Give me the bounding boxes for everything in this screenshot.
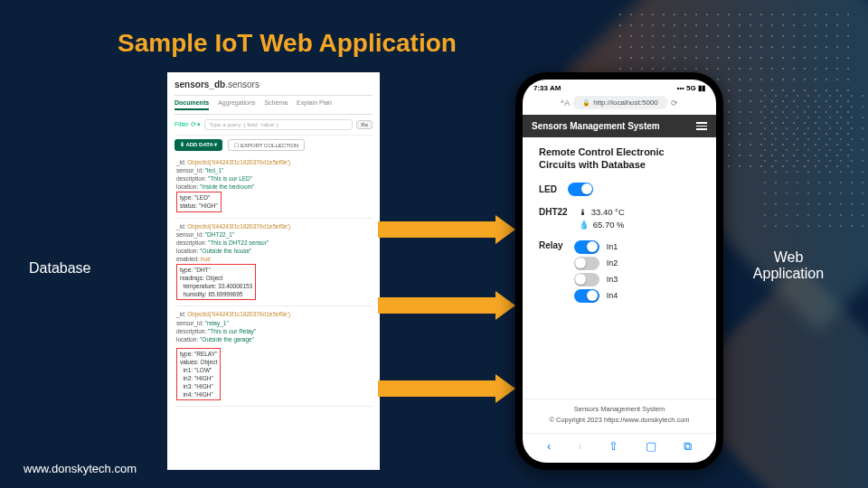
dht-temp: 33.40 °C	[591, 207, 625, 217]
relay-in4-toggle[interactable]	[574, 289, 599, 303]
highlight-box: type: "LED" status: "HIGH"	[176, 192, 222, 211]
webapp-label: Web Application	[734, 249, 843, 282]
footer-line2: © Copyright 2023 https://www.donskytech.…	[532, 416, 707, 424]
app-footer: Sensors Management System © Copyright 20…	[523, 399, 716, 433]
led-toggle[interactable]	[568, 183, 593, 196]
relay-label: Relay	[539, 240, 563, 250]
forward-icon[interactable]: ›	[578, 439, 581, 454]
app-header-title: Sensors Management System	[532, 121, 660, 131]
phone-frame: 7:33 AM ••• 5G ▮▮ ᴬA 🔒 http://localhost:…	[515, 72, 723, 470]
relay-in4-label: In4	[607, 291, 618, 300]
add-data-button[interactable]: ⬇ ADD DATA ▾	[175, 139, 222, 151]
tab-schema[interactable]: Schema	[264, 99, 288, 110]
reset-button[interactable]: Re	[356, 120, 373, 129]
status-signal: ••• 5G ▮▮	[676, 84, 705, 92]
document-1: _id: ObjectId('644243f1c1820376d1e5ef0e'…	[175, 155, 373, 219]
highlight-box: type: "DHT" readings: Object temperature…	[176, 264, 256, 300]
arrow-1	[378, 215, 515, 244]
led-label: LED	[539, 184, 557, 194]
phone-screen: 7:33 AM ••• 5G ▮▮ ᴬA 🔒 http://localhost:…	[523, 80, 716, 463]
relay-in3-label: In3	[607, 275, 618, 284]
tab-documents[interactable]: Documents	[175, 99, 209, 110]
highlight-box: type: "RELAY" values: Object in1: "LOW" …	[176, 348, 221, 401]
footer-url: www.donskytech.com	[24, 462, 137, 475]
status-bar: 7:33 AM ••• 5G ▮▮	[523, 80, 716, 94]
filter-row: Filter ⟳ ▾ Type a query: { field: 'value…	[175, 115, 373, 136]
tab-aggregations[interactable]: Aggregations	[218, 99, 255, 110]
dht-humidity: 65.70 %	[593, 220, 625, 230]
browser-address-bar: ᴬA 🔒 http://localhost:5000 ⟳	[523, 94, 716, 115]
browser-toolbar: ‹ › ⇧ ▢ ⧉	[523, 433, 716, 463]
relay-in2-toggle[interactable]	[574, 257, 599, 270]
document-3: _id: ObjectId('644243f1c1820376d1e5ef0e'…	[175, 306, 373, 407]
tab-explain[interactable]: Explain Plan	[297, 99, 332, 110]
query-input[interactable]: Type a query: { field: 'value' }	[204, 119, 353, 130]
filter-label[interactable]: Filter ⟳ ▾	[175, 121, 201, 128]
hamburger-icon[interactable]	[696, 122, 707, 130]
dht-label: DHT22	[539, 207, 568, 217]
app-body: Remote Control Electronic Circuits with …	[523, 137, 716, 399]
dht-row: DHT22 🌡33.40 °C 💧65.70 %	[539, 207, 700, 230]
app-header: Sensors Management System	[523, 115, 716, 137]
text-size-icon[interactable]: ᴬA	[561, 99, 570, 108]
humidity-icon: 💧	[579, 220, 590, 230]
db-name: sensors_db	[175, 80, 225, 89]
page-title: Sample IoT Web Application	[118, 29, 457, 58]
share-icon[interactable]: ⇧	[609, 439, 618, 454]
db-breadcrumb: sensors_db.sensors	[175, 78, 373, 96]
bookmarks-icon[interactable]: ▢	[646, 439, 656, 454]
db-actions: ⬇ ADD DATA ▾ ☐ EXPORT COLLECTION	[175, 136, 373, 155]
database-panel: sensors_db.sensors Documents Aggregation…	[167, 72, 380, 470]
back-icon[interactable]: ‹	[547, 439, 551, 454]
collection-name: .sensors	[225, 80, 259, 89]
led-row: LED	[539, 183, 700, 196]
bg-dots	[760, 90, 868, 235]
relay-in1-label: In1	[607, 242, 618, 251]
footer-line1: Sensors Management System	[532, 405, 707, 413]
reload-icon[interactable]: ⟳	[671, 99, 678, 108]
database-label: Database	[29, 260, 91, 277]
thermometer-icon: 🌡	[579, 207, 588, 217]
document-2: _id: ObjectId('644243f1c1820376d1e5ef0e'…	[175, 219, 373, 307]
arrow-2	[378, 291, 515, 320]
relay-in1-toggle[interactable]	[574, 240, 599, 254]
export-button[interactable]: ☐ EXPORT COLLECTION	[228, 139, 305, 151]
url-field[interactable]: 🔒 http://localhost:5000	[573, 96, 667, 109]
lock-icon: 🔒	[582, 99, 590, 107]
tabs-icon[interactable]: ⧉	[684, 439, 692, 454]
status-time: 7:33 AM	[533, 84, 561, 92]
arrow-3	[378, 374, 515, 403]
relay-in3-toggle[interactable]	[574, 273, 599, 286]
db-tabs: Documents Aggregations Schema Explain Pl…	[175, 96, 373, 115]
relay-in2-label: In2	[607, 258, 618, 267]
relay-row: Relay In1 In2 In3 In4	[539, 240, 700, 303]
app-body-title: Remote Control Electronic Circuits with …	[539, 146, 700, 172]
